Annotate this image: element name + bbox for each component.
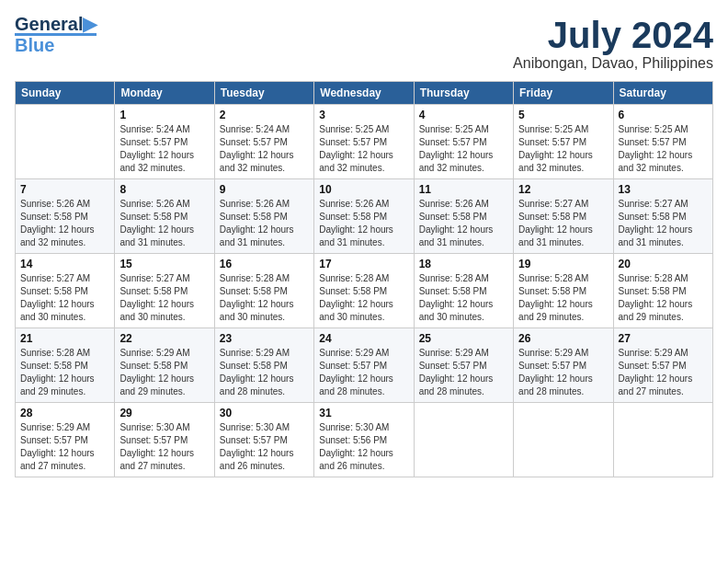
day-number: 20: [619, 258, 708, 270]
calendar-table: Sunday Monday Tuesday Wednesday Thursday…: [15, 81, 713, 477]
calendar-header-row: Sunday Monday Tuesday Wednesday Thursday…: [16, 82, 713, 105]
col-sunday: Sunday: [16, 82, 115, 105]
day-number: 8: [119, 183, 209, 196]
day-number: 4: [419, 109, 508, 121]
day-number: 14: [20, 258, 109, 270]
day-info: Sunrise: 5:24 AM Sunset: 5:57 PM Dayligh…: [220, 123, 309, 175]
day-info: Sunrise: 5:25 AM Sunset: 5:57 PM Dayligh…: [419, 123, 508, 175]
day-info: Sunrise: 5:28 AM Sunset: 5:58 PM Dayligh…: [518, 272, 608, 324]
table-row: 24Sunrise: 5:29 AM Sunset: 5:57 PM Dayli…: [314, 328, 414, 403]
table-row: 17Sunrise: 5:28 AM Sunset: 5:58 PM Dayli…: [314, 254, 414, 328]
day-info: Sunrise: 5:25 AM Sunset: 5:57 PM Dayligh…: [518, 123, 608, 175]
day-info: Sunrise: 5:29 AM Sunset: 5:58 PM Dayligh…: [119, 347, 209, 398]
day-number: 2: [220, 109, 309, 121]
page-container: General▶ Blue July 2024 Anibongan, Davao…: [0, 0, 728, 487]
col-saturday: Saturday: [613, 82, 712, 105]
day-info: Sunrise: 5:28 AM Sunset: 5:58 PM Dayligh…: [220, 272, 309, 324]
day-number: 22: [119, 332, 209, 345]
day-info: Sunrise: 5:29 AM Sunset: 5:57 PM Dayligh…: [518, 347, 608, 398]
day-info: Sunrise: 5:27 AM Sunset: 5:58 PM Dayligh…: [20, 272, 109, 324]
day-number: 3: [319, 109, 408, 121]
day-number: 26: [518, 332, 608, 345]
day-number: 16: [220, 258, 309, 270]
calendar-week-row: 21Sunrise: 5:28 AM Sunset: 5:58 PM Dayli…: [16, 328, 713, 403]
table-row: 7Sunrise: 5:26 AM Sunset: 5:58 PM Daylig…: [16, 179, 115, 254]
table-row: 22Sunrise: 5:29 AM Sunset: 5:58 PM Dayli…: [115, 328, 214, 403]
day-info: Sunrise: 5:28 AM Sunset: 5:58 PM Dayligh…: [619, 272, 708, 324]
day-number: 12: [518, 183, 608, 196]
col-wednesday: Wednesday: [314, 82, 414, 105]
table-row: 4Sunrise: 5:25 AM Sunset: 5:57 PM Daylig…: [414, 105, 513, 179]
day-number: 15: [119, 258, 209, 270]
table-row: 19Sunrise: 5:28 AM Sunset: 5:58 PM Dayli…: [514, 254, 613, 328]
table-row: 10Sunrise: 5:26 AM Sunset: 5:58 PM Dayli…: [314, 179, 414, 254]
day-info: Sunrise: 5:27 AM Sunset: 5:58 PM Dayligh…: [518, 198, 608, 249]
title-area: July 2024 Anibongan, Davao, Philippines: [513, 15, 713, 72]
day-number: 6: [619, 109, 708, 121]
col-monday: Monday: [115, 82, 214, 105]
table-row: 28Sunrise: 5:29 AM Sunset: 5:57 PM Dayli…: [16, 403, 115, 477]
day-info: Sunrise: 5:25 AM Sunset: 5:57 PM Dayligh…: [319, 123, 408, 175]
col-thursday: Thursday: [414, 82, 513, 105]
day-info: Sunrise: 5:29 AM Sunset: 5:57 PM Dayligh…: [619, 347, 708, 398]
day-info: Sunrise: 5:27 AM Sunset: 5:58 PM Dayligh…: [119, 272, 209, 324]
table-row: 21Sunrise: 5:28 AM Sunset: 5:58 PM Dayli…: [16, 328, 115, 403]
table-row: 18Sunrise: 5:28 AM Sunset: 5:58 PM Dayli…: [414, 254, 513, 328]
day-number: 7: [20, 183, 109, 196]
table-row: 12Sunrise: 5:27 AM Sunset: 5:58 PM Dayli…: [514, 179, 613, 254]
table-row: 23Sunrise: 5:29 AM Sunset: 5:58 PM Dayli…: [214, 328, 313, 403]
day-number: 17: [319, 258, 408, 270]
table-row: 20Sunrise: 5:28 AM Sunset: 5:58 PM Dayli…: [613, 254, 712, 328]
day-info: Sunrise: 5:29 AM Sunset: 5:57 PM Dayligh…: [319, 347, 408, 398]
table-row: 11Sunrise: 5:26 AM Sunset: 5:58 PM Dayli…: [414, 179, 513, 254]
day-info: Sunrise: 5:27 AM Sunset: 5:58 PM Dayligh…: [619, 198, 708, 249]
calendar-week-row: 7Sunrise: 5:26 AM Sunset: 5:58 PM Daylig…: [16, 179, 713, 254]
col-tuesday: Tuesday: [214, 82, 313, 105]
col-friday: Friday: [514, 82, 613, 105]
table-row: [514, 403, 613, 477]
table-row: 25Sunrise: 5:29 AM Sunset: 5:57 PM Dayli…: [414, 328, 513, 403]
location-title: Anibongan, Davao, Philippines: [513, 55, 713, 72]
table-row: [613, 403, 712, 477]
day-number: 23: [220, 332, 309, 345]
day-number: 28: [20, 407, 109, 419]
header: General▶ Blue July 2024 Anibongan, Davao…: [15, 15, 713, 72]
day-info: Sunrise: 5:28 AM Sunset: 5:58 PM Dayligh…: [20, 347, 109, 398]
day-info: Sunrise: 5:29 AM Sunset: 5:57 PM Dayligh…: [419, 347, 508, 398]
day-info: Sunrise: 5:30 AM Sunset: 5:57 PM Dayligh…: [220, 421, 309, 473]
table-row: 31Sunrise: 5:30 AM Sunset: 5:56 PM Dayli…: [314, 403, 414, 477]
day-info: Sunrise: 5:28 AM Sunset: 5:58 PM Dayligh…: [419, 272, 508, 324]
table-row: 27Sunrise: 5:29 AM Sunset: 5:57 PM Dayli…: [613, 328, 712, 403]
calendar-week-row: 28Sunrise: 5:29 AM Sunset: 5:57 PM Dayli…: [16, 403, 713, 477]
day-info: Sunrise: 5:28 AM Sunset: 5:58 PM Dayligh…: [319, 272, 408, 324]
logo-line2: Blue: [15, 33, 97, 54]
day-info: Sunrise: 5:26 AM Sunset: 5:58 PM Dayligh…: [419, 198, 508, 249]
day-number: 1: [119, 109, 209, 121]
day-number: 29: [119, 407, 209, 419]
calendar-week-row: 1Sunrise: 5:24 AM Sunset: 5:57 PM Daylig…: [16, 105, 713, 179]
day-number: 10: [319, 183, 408, 196]
calendar-week-row: 14Sunrise: 5:27 AM Sunset: 5:58 PM Dayli…: [16, 254, 713, 328]
day-number: 27: [619, 332, 708, 345]
day-info: Sunrise: 5:25 AM Sunset: 5:57 PM Dayligh…: [619, 123, 708, 175]
table-row: 8Sunrise: 5:26 AM Sunset: 5:58 PM Daylig…: [115, 179, 214, 254]
table-row: 3Sunrise: 5:25 AM Sunset: 5:57 PM Daylig…: [314, 105, 414, 179]
day-info: Sunrise: 5:29 AM Sunset: 5:57 PM Dayligh…: [20, 421, 109, 473]
table-row: 9Sunrise: 5:26 AM Sunset: 5:58 PM Daylig…: [214, 179, 313, 254]
table-row: 5Sunrise: 5:25 AM Sunset: 5:57 PM Daylig…: [514, 105, 613, 179]
day-info: Sunrise: 5:26 AM Sunset: 5:58 PM Dayligh…: [220, 198, 309, 249]
month-title: July 2024: [513, 15, 713, 55]
day-number: 18: [419, 258, 508, 270]
day-number: 13: [619, 183, 708, 196]
day-info: Sunrise: 5:30 AM Sunset: 5:56 PM Dayligh…: [319, 421, 408, 473]
table-row: 16Sunrise: 5:28 AM Sunset: 5:58 PM Dayli…: [214, 254, 313, 328]
day-number: 9: [220, 183, 309, 196]
day-number: 21: [20, 332, 109, 345]
day-info: Sunrise: 5:26 AM Sunset: 5:58 PM Dayligh…: [319, 198, 408, 249]
table-row: 6Sunrise: 5:25 AM Sunset: 5:57 PM Daylig…: [613, 105, 712, 179]
day-number: 11: [419, 183, 508, 196]
day-number: 25: [419, 332, 508, 345]
table-row: 30Sunrise: 5:30 AM Sunset: 5:57 PM Dayli…: [214, 403, 313, 477]
table-row: 14Sunrise: 5:27 AM Sunset: 5:58 PM Dayli…: [16, 254, 115, 328]
day-info: Sunrise: 5:26 AM Sunset: 5:58 PM Dayligh…: [119, 198, 209, 249]
